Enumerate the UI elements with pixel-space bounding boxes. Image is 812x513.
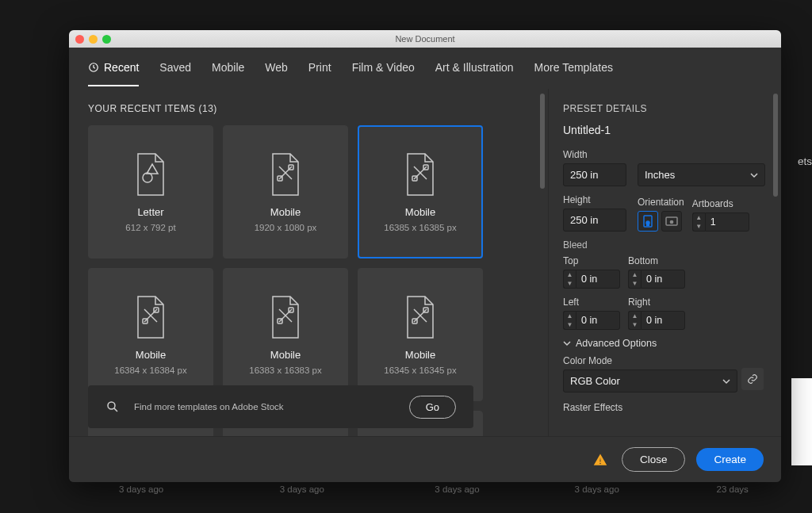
- document-icon: [268, 295, 303, 339]
- titlebar: New Document: [69, 30, 781, 48]
- orientation-landscape-button[interactable]: [661, 211, 682, 232]
- bleed-label: Bleed: [563, 239, 765, 251]
- artboards-stepper[interactable]: ▲▼: [692, 212, 749, 232]
- preset-details-panel: PRESET DETAILS Width Inches Height: [548, 89, 781, 436]
- height-label: Height: [563, 194, 630, 205]
- document-icon: [133, 295, 168, 339]
- preset-card[interactable]: Mobile1920 x 1080 px: [223, 125, 348, 258]
- bleed-right-stepper[interactable]: ▲▼: [628, 311, 685, 330]
- dialog-footer: Close Create: [69, 436, 781, 482]
- tab-mobile[interactable]: Mobile: [212, 61, 244, 86]
- svg-point-18: [108, 402, 115, 409]
- advanced-options-toggle[interactable]: Advanced Options: [563, 338, 765, 349]
- preset-card[interactable]: Mobile16383 x 16383 px: [223, 268, 348, 401]
- preset-card-name: Mobile: [405, 349, 435, 361]
- tab-more-templates[interactable]: More Templates: [534, 61, 613, 86]
- artboards-input[interactable]: [705, 212, 749, 232]
- adobe-stock-bar: Find more templates on Adobe Stock Go: [88, 385, 473, 428]
- preset-card-name: Mobile: [270, 206, 301, 218]
- chevron-down-icon: [563, 339, 571, 347]
- preset-details-header: PRESET DETAILS: [563, 103, 765, 114]
- preset-card-dimensions: 16384 x 16384 px: [114, 366, 186, 375]
- tab-art-illustration[interactable]: Art & Illustration: [435, 61, 514, 86]
- warning-icon: [593, 453, 607, 467]
- document-icon: [403, 152, 438, 197]
- tab-saved[interactable]: Saved: [159, 61, 191, 86]
- bleed-top-label: Top: [563, 255, 620, 266]
- svg-point-23: [670, 220, 672, 223]
- preset-card[interactable]: Mobile16345 x 16345 px: [358, 268, 483, 401]
- close-button[interactable]: Close: [622, 447, 686, 472]
- bleed-right-label: Right: [628, 297, 685, 308]
- link-bleed-button[interactable]: [741, 368, 764, 390]
- scrollbar[interactable]: [540, 89, 545, 436]
- bg-partial-label: ets: [798, 155, 812, 167]
- raster-effects-label: Raster Effects: [563, 402, 765, 413]
- preset-card-name: Mobile: [136, 349, 166, 361]
- stock-search-placeholder[interactable]: Find more templates on Adobe Stock: [134, 402, 395, 412]
- new-document-dialog: New Document RecentSavedMobileWebPrintFi…: [69, 30, 781, 482]
- preset-card-dimensions: 612 x 792 pt: [125, 223, 175, 232]
- document-icon: [133, 152, 168, 197]
- bg-thumbnail: [791, 378, 812, 465]
- preset-card-dimensions: 16383 x 16383 px: [249, 366, 321, 375]
- document-name-input[interactable]: [563, 122, 765, 138]
- link-icon: [747, 373, 758, 385]
- preset-card-name: Letter: [137, 206, 163, 218]
- width-label: Width: [563, 149, 630, 160]
- chevron-down-icon: [750, 171, 758, 179]
- preset-card-name: Mobile: [405, 206, 435, 218]
- preset-card[interactable]: Mobile16385 x 16385 px: [358, 125, 483, 258]
- bleed-left-stepper[interactable]: ▲▼: [563, 311, 620, 330]
- units-select[interactable]: Inches: [638, 163, 765, 186]
- preset-card-dimensions: 16385 x 16385 px: [384, 223, 456, 232]
- tab-film-video[interactable]: Film & Video: [352, 61, 415, 86]
- search-icon: [105, 400, 120, 414]
- orientation-label: Orientation: [638, 197, 684, 208]
- bleed-top-stepper[interactable]: ▲▼: [563, 270, 620, 289]
- artboards-label: Artboards: [692, 198, 749, 209]
- bleed-bottom-label: Bottom: [628, 255, 685, 266]
- tab-print[interactable]: Print: [308, 61, 331, 86]
- preset-card[interactable]: Mobile16384 x 16384 px: [88, 268, 213, 401]
- preset-card[interactable]: Letter612 x 792 pt: [88, 125, 213, 258]
- width-input[interactable]: [563, 163, 626, 186]
- preset-card-dimensions: 1920 x 1080 px: [255, 223, 317, 232]
- color-mode-label: Color Mode: [563, 355, 765, 366]
- scrollbar[interactable]: [773, 94, 778, 197]
- create-button[interactable]: Create: [696, 448, 764, 471]
- preset-card-name: Mobile: [270, 349, 301, 361]
- clock-icon: [88, 62, 99, 73]
- document-icon: [403, 295, 438, 339]
- tab-web[interactable]: Web: [265, 61, 288, 86]
- go-button[interactable]: Go: [409, 396, 456, 419]
- svg-line-19: [114, 408, 117, 412]
- orientation-portrait-button[interactable]: [638, 211, 658, 232]
- stepper-up-icon[interactable]: ▲: [693, 213, 705, 222]
- presets-panel: YOUR RECENT ITEMS (13) Letter612 x 792 p…: [69, 89, 548, 436]
- bleed-bottom-stepper[interactable]: ▲▼: [628, 270, 685, 289]
- recent-items-header: YOUR RECENT ITEMS (13): [88, 103, 535, 114]
- chevron-down-icon: [722, 377, 730, 385]
- bleed-left-label: Left: [563, 297, 620, 308]
- tab-recent[interactable]: Recent: [88, 61, 139, 86]
- document-icon: [268, 152, 303, 197]
- height-input[interactable]: [563, 209, 626, 232]
- stepper-down-icon[interactable]: ▼: [693, 222, 705, 231]
- svg-point-1: [143, 173, 152, 182]
- category-tabs: RecentSavedMobileWebPrintFilm & VideoArt…: [69, 48, 781, 89]
- color-mode-select[interactable]: RGB Color: [563, 369, 737, 392]
- window-title: New Document: [69, 34, 781, 44]
- preset-card-dimensions: 16345 x 16345 px: [384, 366, 456, 375]
